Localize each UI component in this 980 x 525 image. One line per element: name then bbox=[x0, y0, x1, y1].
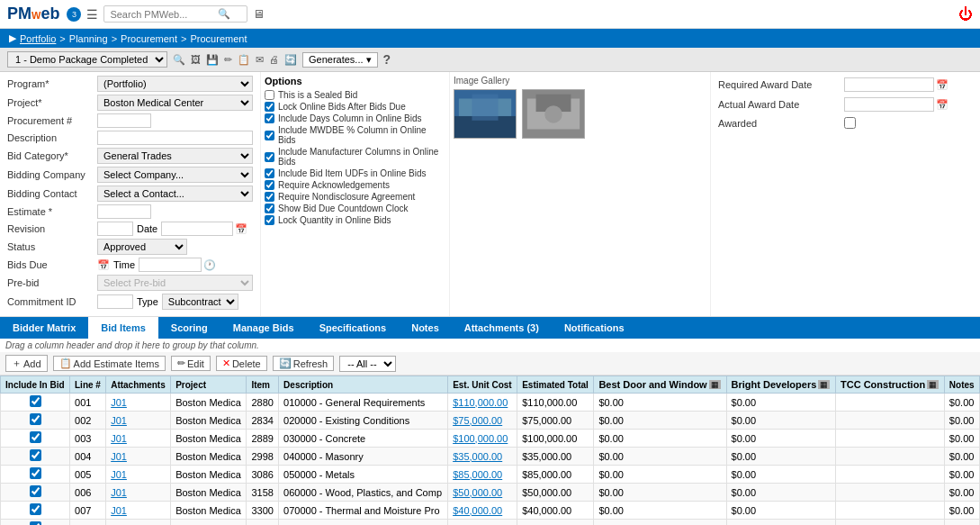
refresh-button[interactable]: 🔄 Refresh bbox=[273, 356, 335, 371]
procurement-input[interactable]: 1 bbox=[97, 113, 151, 128]
save-icon[interactable]: 💾 bbox=[206, 54, 219, 66]
attach-link[interactable]: J01 bbox=[111, 415, 127, 426]
attach-link[interactable]: J01 bbox=[111, 469, 127, 480]
bright-dev-col-btn[interactable]: ▦ bbox=[818, 380, 830, 389]
prebid-select[interactable]: Select Pre-bid bbox=[97, 275, 253, 291]
plus-icon: ＋ bbox=[12, 357, 22, 370]
actual-award-input[interactable] bbox=[844, 97, 934, 112]
required-award-input[interactable] bbox=[844, 77, 934, 92]
option-8-checkbox[interactable] bbox=[265, 192, 274, 202]
help-icon[interactable]: ? bbox=[383, 52, 391, 67]
include-checkbox[interactable] bbox=[30, 485, 41, 497]
option-3-checkbox[interactable] bbox=[265, 113, 274, 123]
attach-link[interactable]: J01 bbox=[111, 505, 127, 516]
est-unit-link[interactable]: $35,000.00 bbox=[453, 451, 502, 462]
col-est-unit: Est. Unit Cost bbox=[448, 376, 517, 394]
breadcrumb-portfolio[interactable]: Portfolio bbox=[20, 33, 56, 44]
refresh-icon[interactable]: 🔄 bbox=[284, 54, 297, 66]
email-icon[interactable]: ✉ bbox=[256, 54, 264, 66]
attach-link[interactable]: J01 bbox=[111, 397, 127, 408]
image-icon[interactable]: 🖼 bbox=[191, 54, 201, 65]
bid-category-select[interactable]: General Trades bbox=[97, 148, 253, 164]
option-9: Show Bid Due Countdown Clock bbox=[265, 204, 445, 213]
include-checkbox[interactable] bbox=[30, 503, 41, 515]
notification-badge[interactable]: 3 bbox=[67, 7, 81, 22]
est-unit-link[interactable]: $100,000.00 bbox=[453, 433, 508, 444]
option-5-checkbox[interactable] bbox=[265, 152, 274, 162]
option-9-checkbox[interactable] bbox=[265, 204, 274, 213]
tab-bid-items[interactable]: Bid Items bbox=[88, 317, 158, 339]
print-icon[interactable]: 🖨 bbox=[269, 54, 279, 65]
tab-notifications[interactable]: Notifications bbox=[552, 317, 637, 339]
hamburger-icon[interactable]: ☰ bbox=[86, 7, 98, 22]
tab-scoring[interactable]: Scoring bbox=[158, 317, 220, 339]
gallery-image-2[interactable] bbox=[522, 89, 585, 139]
option-7-checkbox[interactable] bbox=[265, 180, 274, 190]
search-toolbar-icon[interactable]: 🔍 bbox=[173, 54, 185, 66]
attach-link[interactable]: J01 bbox=[111, 487, 127, 498]
tab-bidder-matrix[interactable]: Bidder Matrix bbox=[0, 317, 88, 339]
table-row: 005 J01 Boston Medica 3086 050000 - Meta… bbox=[1, 466, 980, 484]
gallery-image-1[interactable] bbox=[454, 89, 517, 139]
calendar-icon[interactable]: 📅 bbox=[235, 223, 247, 235]
commitment-input[interactable]: 004 bbox=[97, 294, 133, 309]
awarded-checkbox[interactable] bbox=[844, 117, 856, 129]
generates-button[interactable]: Generates... ▾ bbox=[302, 52, 378, 68]
clock-icon[interactable]: 🕐 bbox=[203, 259, 216, 271]
est-unit-link[interactable]: $50,000.00 bbox=[453, 487, 502, 498]
est-unit-link[interactable]: $85,000.00 bbox=[453, 469, 502, 480]
add-button[interactable]: ＋ Add bbox=[5, 355, 48, 372]
best-door-col-btn[interactable]: ▦ bbox=[709, 380, 721, 389]
option-4-checkbox[interactable] bbox=[265, 131, 274, 140]
tab-attachments[interactable]: Attachments (3) bbox=[452, 317, 552, 339]
required-award-calendar-icon[interactable]: 📅 bbox=[936, 79, 949, 91]
bids-due-calendar-icon[interactable]: 📅 bbox=[97, 259, 110, 271]
description-input[interactable]: Demo Package Completed bbox=[97, 131, 253, 145]
search-input[interactable] bbox=[110, 9, 218, 20]
date-input[interactable]: 07-05-2011 bbox=[161, 222, 233, 236]
attach-cell: J01 bbox=[106, 484, 171, 502]
attach-link[interactable]: J01 bbox=[111, 433, 127, 444]
option-4: Include MWDBE % Column in Online Bids bbox=[265, 125, 445, 145]
type-select[interactable]: Subcontract bbox=[162, 294, 238, 310]
record-selector[interactable]: 1 - Demo Package Completed bbox=[7, 51, 167, 68]
include-checkbox[interactable] bbox=[30, 449, 41, 461]
attach-link[interactable]: J01 bbox=[111, 451, 127, 462]
option-2-checkbox[interactable] bbox=[265, 102, 274, 112]
bidding-company-select[interactable]: Select Company... bbox=[97, 167, 253, 183]
include-checkbox[interactable] bbox=[30, 467, 41, 479]
option-6-checkbox[interactable] bbox=[265, 168, 274, 178]
monitor-icon[interactable]: 🖥 bbox=[253, 7, 265, 21]
est-unit-link[interactable]: $75,000.00 bbox=[453, 415, 502, 426]
option-10-checkbox[interactable] bbox=[265, 215, 274, 225]
option-5-label: Include Manufacturer Columns in Online B… bbox=[278, 147, 445, 167]
tab-notes[interactable]: Notes bbox=[399, 317, 452, 339]
bidding-contact-select[interactable]: Select a Contact... bbox=[97, 186, 253, 202]
tab-manage-bids[interactable]: Manage Bids bbox=[220, 317, 307, 339]
option-1-checkbox[interactable] bbox=[265, 90, 274, 100]
estimate-input[interactable]: 0 bbox=[97, 204, 151, 219]
delete-button[interactable]: ✕ Delete bbox=[216, 356, 267, 371]
breadcrumb-procurement1: Procurement bbox=[121, 33, 177, 44]
filter-select[interactable]: -- All -- bbox=[339, 356, 396, 372]
include-checkbox[interactable] bbox=[30, 413, 41, 425]
project-select[interactable]: Boston Medical Center bbox=[97, 95, 253, 111]
power-button[interactable]: ⏻ bbox=[958, 6, 973, 23]
tab-specifications[interactable]: Specifications bbox=[307, 317, 400, 339]
revision-input[interactable]: 0 bbox=[97, 222, 133, 236]
add-estimate-button[interactable]: 📋 Add Estimate Items bbox=[53, 356, 166, 371]
tcc-col-btn[interactable]: ▦ bbox=[927, 380, 939, 389]
status-select[interactable]: Approved bbox=[97, 239, 187, 255]
copy-icon[interactable]: 📋 bbox=[238, 54, 250, 66]
edit-icon[interactable]: ✏ bbox=[224, 54, 232, 66]
est-unit-link[interactable]: $110,000.00 bbox=[453, 397, 508, 408]
edit-button[interactable]: ✏ Edit bbox=[171, 356, 211, 371]
time-input[interactable] bbox=[139, 258, 202, 272]
program-select[interactable]: (Portfolio) bbox=[97, 76, 253, 92]
include-checkbox[interactable] bbox=[30, 431, 41, 443]
est-unit-link[interactable]: $40,000.00 bbox=[453, 505, 502, 516]
include-checkbox[interactable] bbox=[30, 521, 41, 525]
actual-award-calendar-icon[interactable]: 📅 bbox=[936, 99, 949, 111]
search-icon[interactable]: 🔍 bbox=[218, 8, 230, 20]
include-checkbox[interactable] bbox=[30, 395, 41, 407]
